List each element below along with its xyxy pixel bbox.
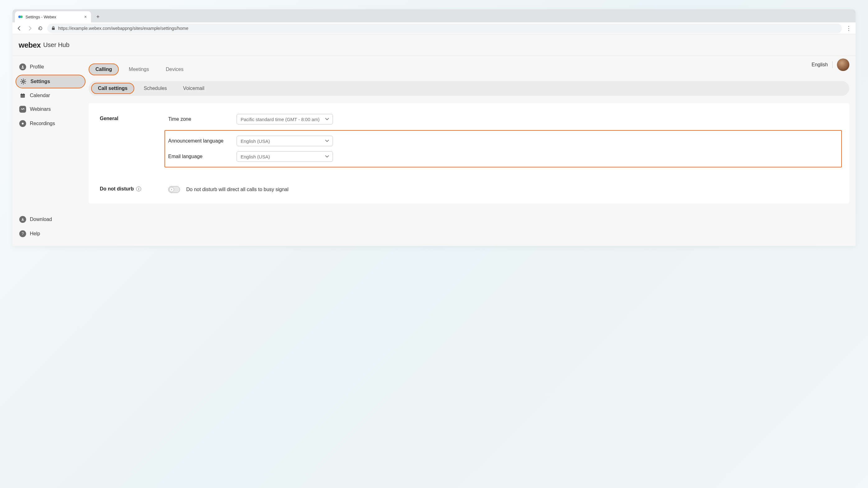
tab-strip: Settings - Webex × + <box>12 9 856 22</box>
chevron-down-icon <box>325 140 329 142</box>
svg-point-4 <box>22 81 24 83</box>
section-general: General Time zone Pacific standard time … <box>100 114 838 167</box>
forward-button[interactable] <box>26 25 34 32</box>
help-icon: ? <box>19 230 26 237</box>
top-right-controls: English <box>812 58 849 71</box>
svg-line-11 <box>22 83 22 83</box>
highlight-box: Announcement language English (USA) <box>164 130 842 167</box>
svg-rect-16 <box>23 93 24 95</box>
field-timezone: Time zone Pacific standard time (GMT - 8… <box>168 114 838 124</box>
email-language-select[interactable]: English (USA) <box>237 151 333 162</box>
new-tab-button[interactable]: + <box>94 12 102 21</box>
announcement-language-label: Announcement language <box>168 138 230 144</box>
dnd-title: Do not disturb <box>100 186 134 192</box>
sidebar-label: Download <box>30 217 52 222</box>
sidebar-item-profile[interactable]: Profile <box>16 60 86 74</box>
sidebar-item-recordings[interactable]: Recordings <box>16 117 86 130</box>
calendar-icon <box>19 93 26 98</box>
dnd-toggle[interactable]: × <box>168 186 180 193</box>
close-tab-icon[interactable]: × <box>83 14 88 20</box>
email-language-value: English (USA) <box>241 154 270 159</box>
chevron-down-icon <box>325 155 329 158</box>
sidebar-item-settings[interactable]: Settings <box>16 75 86 88</box>
recordings-icon <box>19 120 26 127</box>
sidebar-label: Webinars <box>30 107 51 112</box>
avatar[interactable] <box>837 58 849 71</box>
sidebar-label: Profile <box>30 64 44 70</box>
divider <box>832 61 833 68</box>
browser-menu-icon[interactable]: ⋮ <box>845 25 852 32</box>
svg-point-17 <box>22 123 24 124</box>
browser-window: Settings - Webex × + https://example.web… <box>12 9 856 246</box>
address-bar: https://example.webex.com/webappng/sites… <box>12 22 856 34</box>
svg-line-9 <box>22 80 22 80</box>
webinars-icon <box>19 106 26 113</box>
svg-rect-14 <box>21 94 25 95</box>
settings-panel: General Time zone Pacific standard time … <box>89 103 849 204</box>
info-icon[interactable]: i <box>136 186 141 192</box>
tab-meetings[interactable]: Meetings <box>122 63 156 75</box>
webex-favicon-icon <box>18 14 23 19</box>
language-selector[interactable]: English <box>812 62 828 67</box>
section-title-dnd: Do not disturb i <box>100 186 162 192</box>
section-dnd: Do not disturb i × Do not disturb will d… <box>100 186 838 193</box>
tab-voicemail[interactable]: Voicemail <box>176 83 211 94</box>
nested-tabs: Call settings Schedules Voicemail <box>89 81 849 96</box>
tab-title: Settings - Webex <box>26 15 81 19</box>
dnd-description: Do not disturb will direct all calls to … <box>186 187 288 192</box>
svg-rect-2 <box>52 28 55 30</box>
announcement-language-select[interactable]: English (USA) <box>237 136 333 146</box>
tab-devices[interactable]: Devices <box>159 63 190 75</box>
svg-point-1 <box>20 16 23 18</box>
primary-tabs: Calling Meetings Devices <box>89 63 849 75</box>
url-field[interactable]: https://example.webex.com/webappng/sites… <box>47 24 842 33</box>
sidebar-label: Calendar <box>30 93 50 98</box>
browser-tab[interactable]: Settings - Webex × <box>15 11 91 22</box>
url-text: https://example.webex.com/webappng/sites… <box>58 26 188 31</box>
chevron-down-icon <box>325 118 329 120</box>
toggle-knob: × <box>169 187 174 192</box>
sidebar-item-webinars[interactable]: Webinars <box>16 103 86 116</box>
reload-button[interactable] <box>37 25 44 32</box>
timezone-select[interactable]: Pacific standard time (GMT - 8:00 am) <box>237 114 333 124</box>
tab-schedules[interactable]: Schedules <box>137 83 174 94</box>
sidebar-item-calendar[interactable]: Calendar <box>16 90 86 102</box>
email-language-label: Email language <box>168 154 230 159</box>
tab-calling[interactable]: Calling <box>89 63 119 75</box>
timezone-label: Time zone <box>168 116 230 122</box>
svg-rect-15 <box>22 93 22 95</box>
gear-icon <box>20 79 27 85</box>
brand-sub: User Hub <box>43 41 69 49</box>
sidebar-item-help[interactable]: ? Help <box>16 227 86 240</box>
back-button[interactable] <box>16 25 23 32</box>
brand-name: webex <box>19 41 41 50</box>
svg-point-3 <box>22 66 23 67</box>
tab-call-settings[interactable]: Call settings <box>91 83 134 94</box>
app-header: webex User Hub <box>12 34 856 56</box>
sidebar-label: Settings <box>30 79 50 84</box>
svg-line-10 <box>25 83 25 83</box>
lock-icon <box>52 26 55 30</box>
announcement-language-value: English (USA) <box>241 139 270 144</box>
sidebar-label: Recordings <box>30 121 55 126</box>
svg-line-12 <box>25 80 25 80</box>
content: English Calling Meetings Devices Call se… <box>89 56 856 246</box>
download-icon <box>19 216 26 223</box>
sidebar: Profile Settings Calendar <box>12 56 89 246</box>
sidebar-label: Help <box>30 231 40 236</box>
field-email-language: Email language English (USA) <box>168 151 838 162</box>
sidebar-item-download[interactable]: Download <box>16 213 86 226</box>
app: webex User Hub Profile <box>12 34 856 246</box>
timezone-value: Pacific standard time (GMT - 8:00 am) <box>241 117 319 122</box>
field-announcement-language: Announcement language English (USA) <box>168 136 838 146</box>
profile-icon <box>19 63 26 70</box>
dnd-toggle-row: × Do not disturb will direct all calls t… <box>168 186 838 193</box>
section-title-general: General <box>100 114 162 121</box>
